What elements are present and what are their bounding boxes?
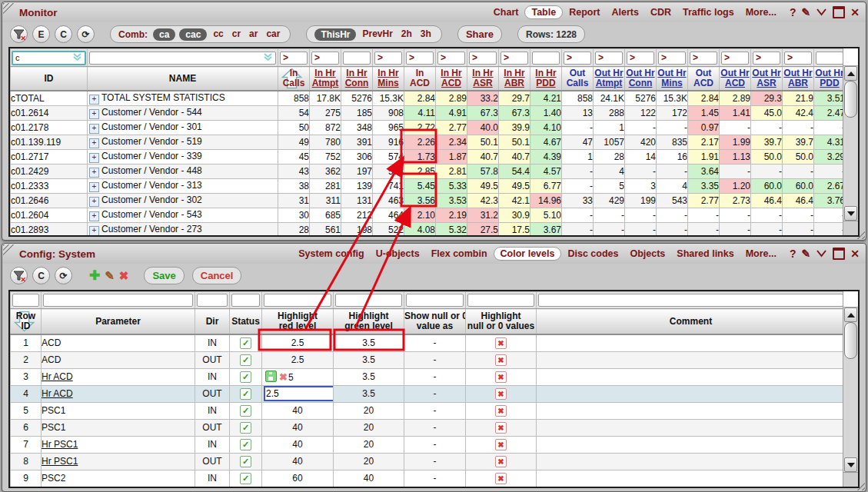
column-header-in-hr-acd[interactable]: In HrACD [436,67,467,91]
scroll-up-button[interactable] [844,308,857,322]
numeric-filter-input[interactable]: > [564,52,591,65]
expand-plus-icon[interactable]: + [89,211,99,221]
status-checked-icon[interactable]: ✓ [240,439,251,450]
numeric-filter-input[interactable]: > [406,52,434,65]
red-level-cell[interactable]: 40 [262,436,334,453]
column-header-id[interactable]: ID [11,67,88,91]
config-menu-item-more[interactable]: More... [740,248,782,260]
scroll-down-button[interactable] [844,457,857,472]
numeric-filter-input[interactable]: > [753,52,780,65]
config-table-row[interactable]: 4Hr ACDOUT✓3.5-✖ [11,385,846,402]
pill-button-cr[interactable]: cr [230,28,243,41]
monitor-titlebar[interactable]: Monitor ChartTableReportAlertsCDRTraffic… [2,2,866,22]
red-level-cell[interactable]: 2.5 [262,351,334,368]
monitor-table-row[interactable]: c01.2717+Customer / Vendor - 33945752306… [11,149,846,164]
maximize-window-icon[interactable] [833,6,845,18]
config-table-row[interactable]: 8Hr PSC1OUT✓4020-✖ [11,453,846,470]
comment-cell[interactable] [537,334,846,351]
red-level-cell[interactable]: 2.5 [262,334,334,351]
expand-plus-icon[interactable]: + [89,153,99,163]
filter-clear-button[interactable]: ✕ [10,267,28,284]
monitor-menu-item-more[interactable]: More... [740,6,782,18]
dropdown-chevron-icon[interactable] [263,53,273,63]
highlight-null-disabled-icon[interactable]: ✖ [495,473,507,484]
red-level-input[interactable] [264,386,334,401]
expand-plus-icon[interactable]: + [89,124,99,134]
save-edit-icon[interactable] [265,371,277,382]
column-filter-input[interactable] [264,294,331,307]
highlight-null-disabled-icon[interactable]: ✖ [495,439,507,450]
pill-button-cc[interactable]: cc [211,28,225,41]
numeric-filter-input[interactable]: > [374,52,402,65]
row-name-cell[interactable]: +Customer / Vendor - 448 [88,164,278,178]
config-menu-item-disc-codes[interactable]: Disc codes [562,248,624,260]
column-filter-input[interactable] [197,294,228,307]
numeric-filter-input[interactable]: > [784,52,812,65]
config-table-row[interactable]: 7Hr PSC1IN✓4020-✖ [11,436,846,453]
comment-cell[interactable] [537,351,846,368]
column-filter-input[interactable] [43,294,193,307]
highlight-null-disabled-icon[interactable]: ✖ [495,388,507,400]
columns-button[interactable]: C [32,267,50,284]
name-filter-input[interactable] [89,52,276,65]
monitor-table-row[interactable]: c01.2646+Customer / Vendor - 30231311131… [11,193,846,208]
column-filter-input[interactable] [335,294,402,307]
show-null-cell[interactable]: - [404,453,466,470]
comment-cell[interactable] [537,470,846,487]
column-header-in-hr-asr[interactable]: In HrASR [467,67,499,91]
monitor-table-row[interactable]: c01.2614+Customer / Vendor - 54454275185… [11,105,846,120]
config-vertical-scrollbar[interactable] [843,291,858,487]
column-header-out-hr-asr[interactable]: Out HrASR [751,67,783,91]
column-header-out-calls[interactable]: OutCalls [562,67,594,91]
numeric-filter-input[interactable]: > [627,52,654,65]
parameter-cell[interactable]: Hr ACD [42,385,195,402]
config-menu-item-flex-combin[interactable]: Flex combin [426,248,493,260]
red-level-cell[interactable]: 60 [262,470,334,487]
row-name-cell[interactable]: +Customer / Vendor - 543 [88,208,278,222]
expand-plus-icon[interactable]: + [89,197,99,207]
save-button[interactable]: Save [144,267,184,284]
monitor-table-row[interactable]: c01.2604+Customer / Vendor - 54330685212… [11,208,846,222]
monitor-menu-item-cdr[interactable]: CDR [645,6,677,18]
comment-cell[interactable] [537,402,846,419]
column-header-status[interactable]: Status [230,309,262,335]
monitor-vertical-scrollbar[interactable] [843,48,858,235]
red-level-cell[interactable]: 40 [262,402,334,419]
show-null-cell[interactable]: - [404,368,466,385]
column-header-show-null-or-0-value-as[interactable]: Show null or 0value as [404,309,466,335]
comment-cell[interactable] [537,368,846,385]
share-button[interactable]: Share [457,25,502,43]
refresh-button[interactable]: ⟳ [55,267,72,284]
comment-cell[interactable] [537,385,846,402]
edit-row-icon[interactable]: ✎ [105,270,115,282]
status-checked-icon[interactable]: ✓ [240,405,251,417]
show-null-cell[interactable]: - [404,334,466,351]
pill-button-ar[interactable]: ar [247,28,260,41]
config-menu-item-u-objects[interactable]: U-objects [371,248,425,260]
monitor-table-row[interactable]: cTOTAL+TOTAL SYSTEM STATISTICS85817.8K52… [11,91,846,105]
column-header-in-hr-conn[interactable]: In HrConn [341,67,373,91]
row-name-cell[interactable]: +Customer / Vendor - 313 [88,178,278,193]
column-header-out-hr-abr[interactable]: Out HrABR [783,67,814,91]
monitor-table-row[interactable]: c01.2333+Customer / Vendor - 31338281139… [11,178,846,193]
expand-plus-icon[interactable]: + [89,168,99,178]
config-menu-item-color-levels[interactable]: Color levels [494,247,562,261]
id-filter-input[interactable]: c [12,51,86,65]
numeric-filter-input[interactable]: > [469,52,497,65]
expand-plus-icon[interactable]: + [89,138,99,148]
collapse-chevron-icon[interactable] [816,7,827,18]
parameter-cell[interactable]: Hr PSC1 [42,436,195,453]
status-checked-icon[interactable]: ✓ [240,337,251,349]
export-button[interactable]: E [32,25,50,43]
numeric-filter-input[interactable]: > [690,52,717,65]
row-name-cell[interactable]: +Customer / Vendor - 339 [88,149,278,164]
monitor-menu-item-alerts[interactable]: Alerts [606,6,644,18]
green-level-cell[interactable]: 3.5 [334,385,404,402]
green-level-cell[interactable]: 20 [334,453,404,470]
show-null-cell[interactable]: - [404,385,466,402]
row-name-cell[interactable]: +Customer / Vendor - 519 [88,135,278,149]
numeric-filter-input[interactable]: > [280,52,308,65]
highlight-null-disabled-icon[interactable]: ✖ [495,422,507,434]
edit-pencil-icon[interactable]: ✎ [802,248,811,259]
add-row-icon[interactable]: ✚ [89,270,100,282]
